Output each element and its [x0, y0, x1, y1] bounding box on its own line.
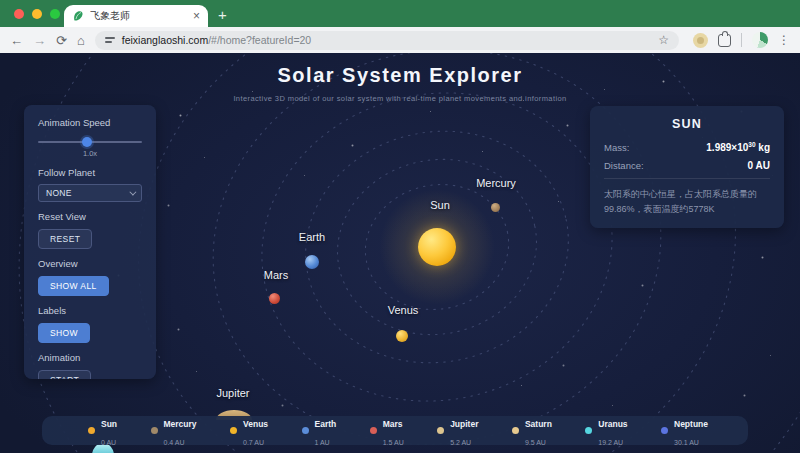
label-mars: Mars	[264, 269, 288, 281]
mass-label: Mass:	[604, 142, 629, 153]
window-controls	[14, 9, 60, 19]
mass-value: 1.989×1030 kg	[706, 141, 770, 153]
info-description: 太阳系的中心恒星，占太阳系总质量的99.86%，表面温度约5778K	[604, 187, 770, 216]
bookmark-star-icon[interactable]: ☆	[658, 33, 669, 47]
info-divider	[604, 178, 770, 179]
overview-label: Overview	[38, 258, 142, 269]
address-bar[interactable]: feixianglaoshi.com/#/home?featureId=20 ☆	[95, 31, 679, 50]
toolbar-divider	[741, 33, 742, 47]
info-panel: SUN Mass: 1.989×1030 kg Distance: 0 AU 太…	[590, 106, 784, 228]
bar-item-saturn[interactable]: Saturn9.5 AU	[512, 413, 552, 449]
label-jupiter: Jupiter	[216, 387, 249, 399]
label-venus: Venus	[388, 304, 419, 316]
labels-label: Labels	[38, 305, 142, 316]
bar-item-sun[interactable]: Sun0 AU	[88, 413, 117, 449]
follow-planet-value: NONE	[46, 188, 72, 198]
planet-venus[interactable]	[396, 330, 408, 342]
label-sun: Sun	[430, 199, 450, 211]
animation-speed-value: 1.0x	[38, 149, 142, 158]
extension-icon[interactable]	[693, 33, 708, 48]
animation-start-button[interactable]: START	[38, 370, 91, 379]
earth-dot-icon	[302, 427, 309, 434]
uranus-dot-icon	[585, 427, 592, 434]
browser-toolbar: ← → ⟳ ⌂ feixianglaoshi.com/#/home?featur…	[0, 27, 800, 53]
neptune-dot-icon	[661, 427, 668, 434]
forward-icon[interactable]: →	[33, 34, 46, 47]
venus-dot-icon	[230, 427, 237, 434]
back-icon[interactable]: ←	[10, 34, 23, 47]
home-icon[interactable]: ⌂	[77, 34, 85, 47]
page-subtitle: Interactive 3D model of our solar system…	[0, 94, 800, 103]
window-maximize-button[interactable]	[50, 9, 60, 19]
site-info-icon[interactable]	[105, 37, 115, 42]
planet-mars[interactable]	[269, 293, 280, 304]
label-earth: Earth	[299, 231, 325, 243]
bar-item-jupiter[interactable]: Jupiter5.2 AU	[437, 413, 478, 449]
slider-thumb[interactable]	[82, 137, 92, 147]
labels-show-button[interactable]: SHOW	[38, 323, 90, 343]
distance-label: Distance:	[604, 160, 644, 171]
show-all-button[interactable]: SHOW ALL	[38, 276, 109, 296]
bar-item-uranus[interactable]: Uranus19.2 AU	[585, 413, 627, 449]
chevron-down-icon	[129, 188, 136, 195]
sun-dot-icon	[88, 427, 95, 434]
tab-strip: 飞象老师 × +	[0, 0, 800, 27]
toolbar-right: ⋮	[693, 32, 790, 48]
info-panel-title: SUN	[604, 117, 770, 131]
reload-icon[interactable]: ⟳	[56, 34, 67, 47]
site-favicon-icon	[72, 10, 84, 22]
animation-label: Animation	[38, 352, 142, 363]
planet-sun[interactable]	[418, 228, 456, 266]
label-mercury: Mercury	[476, 177, 516, 189]
bar-item-mercury[interactable]: Mercury0.4 AU	[151, 413, 197, 449]
bar-item-earth[interactable]: Earth1 AU	[302, 413, 337, 449]
animation-speed-label: Animation Speed	[38, 117, 142, 128]
solar-system-canvas[interactable]: Solar System Explorer Interactive 3D mod…	[0, 53, 800, 453]
planet-mercury[interactable]	[491, 203, 500, 212]
planet-quick-bar: Sun0 AU Mercury0.4 AU Venus0.7 AU Earth1…	[42, 416, 748, 445]
url-path: /#/home?featureId=20	[208, 34, 311, 46]
jupiter-dot-icon	[437, 427, 444, 434]
control-panel: Animation Speed 1.0x Follow Planet NONE …	[24, 105, 156, 379]
url-host: feixianglaoshi.com	[122, 34, 208, 46]
overflow-menu-icon[interactable]: ⋮	[778, 33, 790, 47]
window-minimize-button[interactable]	[32, 9, 42, 19]
extensions-puzzle-icon[interactable]	[718, 34, 731, 47]
browser-tab[interactable]: 飞象老师 ×	[64, 5, 208, 27]
mercury-dot-icon	[151, 427, 158, 434]
tab-close-icon[interactable]: ×	[193, 10, 200, 22]
tab-title: 飞象老师	[90, 9, 187, 23]
browser-window: 飞象老师 × + ← → ⟳ ⌂ feixianglaoshi.com/#/ho…	[0, 0, 800, 453]
url-text[interactable]: feixianglaoshi.com/#/home?featureId=20	[122, 34, 311, 46]
window-close-button[interactable]	[14, 9, 24, 19]
page-title: Solar System Explorer	[0, 64, 800, 87]
bar-item-mars[interactable]: Mars1.5 AU	[370, 413, 404, 449]
distance-value: 0 AU	[748, 160, 770, 171]
planet-earth[interactable]	[305, 255, 319, 269]
follow-planet-select[interactable]: NONE	[38, 184, 142, 202]
bar-item-neptune[interactable]: Neptune30.1 AU	[661, 413, 708, 449]
animation-speed-slider[interactable]	[38, 137, 142, 147]
new-tab-button[interactable]: +	[218, 6, 227, 24]
reset-view-label: Reset View	[38, 211, 142, 222]
follow-planet-label: Follow Planet	[38, 167, 142, 178]
saturn-dot-icon	[512, 427, 519, 434]
profile-avatar[interactable]	[752, 32, 768, 48]
mars-dot-icon	[370, 427, 377, 434]
reset-button[interactable]: RESET	[38, 229, 92, 249]
bar-item-venus[interactable]: Venus0.7 AU	[230, 413, 268, 449]
